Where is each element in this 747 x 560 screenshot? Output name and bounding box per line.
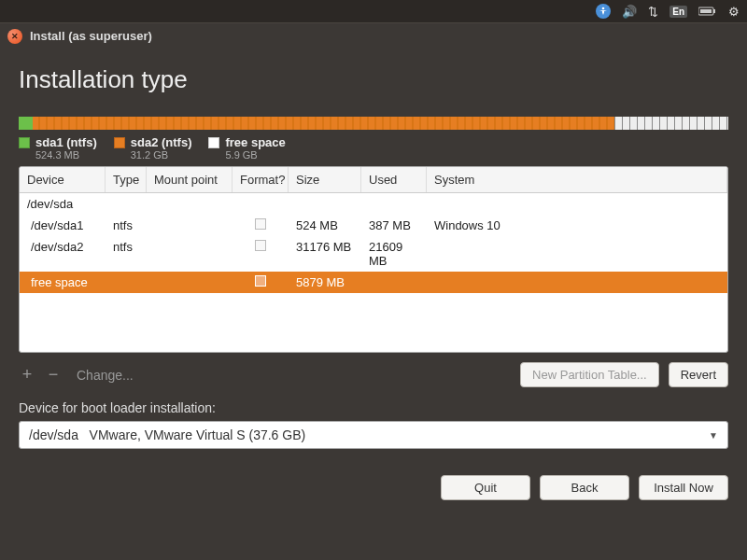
gear-icon[interactable]: ⚙ (728, 5, 740, 19)
bar-seg-free (614, 117, 728, 130)
battery-icon[interactable] (698, 7, 717, 16)
window-titlebar: Install (as superuser) (0, 22, 747, 49)
col-device[interactable]: Device (20, 167, 106, 192)
keyboard-lang-indicator[interactable]: En (669, 6, 687, 18)
bar-seg-sda1 (19, 117, 33, 130)
page-title: Installation type (19, 65, 728, 94)
boot-loader-label: Device for boot loader installation: (19, 400, 728, 415)
col-size[interactable]: Size (289, 167, 361, 192)
col-system[interactable]: System (427, 167, 727, 192)
remove-partition-button[interactable]: − (45, 365, 62, 385)
format-checkbox[interactable] (255, 218, 266, 230)
volume-icon[interactable]: 🔊 (622, 5, 637, 19)
legend-sda1: sda1 (ntfs)524.3 MB (19, 135, 97, 161)
boot-loader-device-select[interactable]: /dev/sda VMware, VMware Virtual S (37.6 … (19, 421, 728, 449)
quit-button[interactable]: Quit (441, 475, 530, 500)
col-format[interactable]: Format? (233, 167, 289, 192)
swatch-green (19, 137, 30, 148)
svg-point-0 (602, 7, 605, 10)
disk-usage-bar (19, 117, 728, 130)
boot-loader-value: /dev/sda VMware, VMware Virtual S (37.6 … (29, 427, 305, 442)
col-used[interactable]: Used (361, 167, 427, 192)
table-header: Device Type Mount point Format? Size Use… (20, 167, 727, 193)
system-tray: 🔊 ⇅ En ⚙ (0, 0, 747, 22)
swatch-orange (114, 137, 125, 148)
install-now-button[interactable]: Install Now (639, 475, 728, 500)
table-row-sda1[interactable]: /dev/sda1 ntfs 524 MB 387 MB Windows 10 (20, 215, 727, 236)
installer-content: Installation type sda1 (ntfs)524.3 MB sd… (0, 49, 747, 560)
add-partition-button[interactable]: + (19, 365, 35, 385)
svg-rect-2 (713, 9, 715, 13)
partition-table[interactable]: Device Type Mount point Format? Size Use… (19, 166, 728, 353)
table-row-free-space[interactable]: free space 5879 MB (20, 272, 727, 293)
window-title: Install (as superuser) (30, 29, 152, 43)
legend-sda2: sda2 (ntfs)31.2 GB (114, 135, 192, 161)
col-type[interactable]: Type (106, 167, 147, 192)
legend-free: free space5.9 GB (208, 135, 285, 161)
partition-toolbar: + − Change... New Partition Table... Rev… (19, 362, 728, 387)
close-icon[interactable] (7, 29, 22, 44)
swatch-free (208, 137, 219, 148)
accessibility-icon[interactable] (596, 4, 611, 19)
svg-rect-3 (700, 9, 712, 13)
network-icon[interactable]: ⇅ (648, 5, 658, 19)
col-mount[interactable]: Mount point (147, 167, 233, 192)
new-partition-table-button[interactable]: New Partition Table... (520, 362, 659, 387)
format-checkbox[interactable] (255, 240, 266, 251)
revert-button[interactable]: Revert (669, 362, 728, 387)
bar-seg-sda2 (33, 117, 614, 130)
disk-legend: sda1 (ntfs)524.3 MB sda2 (ntfs)31.2 GB f… (19, 135, 728, 161)
table-row-sda2[interactable]: /dev/sda2 ntfs 31176 MB 21609 MB (20, 236, 727, 272)
format-checkbox[interactable] (255, 275, 266, 287)
chevron-down-icon: ▼ (709, 430, 718, 441)
back-button[interactable]: Back (540, 475, 629, 500)
change-partition-button[interactable]: Change... (77, 368, 134, 383)
wizard-footer: Quit Back Install Now (19, 475, 728, 500)
table-row-disk[interactable]: /dev/sda (20, 193, 727, 215)
